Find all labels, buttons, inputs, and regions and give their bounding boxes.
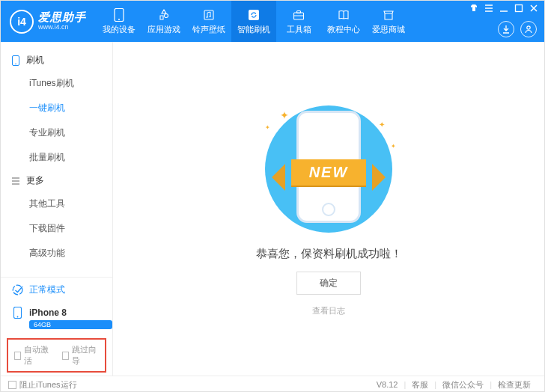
sidebar-item-itunes-flash[interactable]: iTunes刷机 <box>1 71 112 96</box>
apps-icon <box>157 8 171 22</box>
refresh-icon <box>247 8 261 22</box>
star-icon: ✦ <box>265 124 270 131</box>
svg-rect-10 <box>516 5 523 12</box>
version-label: V8.12 <box>371 380 404 389</box>
skin-icon[interactable] <box>469 4 478 13</box>
svg-point-4 <box>210 16 211 17</box>
app-title: 爱思助手 <box>38 11 86 24</box>
user-button[interactable] <box>520 21 537 37</box>
auto-activate-checkbox[interactable]: 自动激活 <box>14 344 52 367</box>
phone-icon <box>112 8 126 22</box>
storage-badge: 64GB <box>29 320 112 329</box>
svg-point-3 <box>207 16 208 18</box>
app-header: i4 爱思助手 www.i4.cn 我的设备 应用游戏 铃声壁纸 智能刷机 工具… <box>1 1 544 42</box>
sidebar-group-flash[interactable]: 刷机 <box>1 49 112 71</box>
highlighted-options: 自动激活 跳过向导 <box>7 338 106 373</box>
main-content: ✦ ✦ ✦ ✦ NEW 恭喜您，保资料刷机成功啦！ 确定 查看日志 <box>113 42 544 376</box>
support-link[interactable]: 客服 <box>406 379 434 391</box>
device-row[interactable]: iPhone 8 <box>1 302 112 320</box>
sidebar-group-label: 更多 <box>26 174 44 187</box>
nav-toolbox[interactable]: 工具箱 <box>276 1 321 42</box>
mode-row[interactable]: 正常模式 <box>1 277 112 302</box>
logo[interactable]: i4 爱思助手 www.i4.cn <box>1 1 97 42</box>
success-illustration: ✦ ✦ ✦ ✦ NEW <box>250 102 407 236</box>
maximize-icon[interactable] <box>514 4 523 13</box>
svg-point-16 <box>16 316 18 318</box>
sidebar-item-oneclick-flash[interactable]: 一键刷机 <box>1 96 112 120</box>
nav-label: 铃声壁纸 <box>192 24 225 35</box>
menu-icon[interactable] <box>484 4 493 13</box>
svg-point-11 <box>527 26 530 29</box>
app-body: 刷机 iTunes刷机 一键刷机 专业刷机 批量刷机 更多 其他工具 下载固件 … <box>1 42 544 376</box>
nav-label: 智能刷机 <box>237 24 270 35</box>
nav-label: 应用游戏 <box>147 24 180 35</box>
checkbox-icon <box>8 381 16 389</box>
check-update-link[interactable]: 检查更新 <box>492 379 537 391</box>
nav-label: 工具箱 <box>287 24 311 35</box>
sidebar-item-batch-flash[interactable]: 批量刷机 <box>1 145 112 170</box>
book-icon <box>337 8 350 22</box>
checkbox-icon <box>14 352 21 360</box>
app-subtitle: www.i4.cn <box>38 24 86 31</box>
checkbox-icon <box>62 352 69 360</box>
nav-label: 爱思商城 <box>372 24 405 35</box>
checkbox-label: 跳过向导 <box>72 344 99 367</box>
svg-point-1 <box>118 19 120 20</box>
nav-tutorials[interactable]: 教程中心 <box>321 1 366 42</box>
store-icon <box>382 8 395 22</box>
mode-label: 正常模式 <box>29 284 65 296</box>
nav-my-device[interactable]: 我的设备 <box>97 1 141 42</box>
checkbox-label: 自动激活 <box>24 344 51 367</box>
nav-ringtones[interactable]: 铃声壁纸 <box>186 1 231 42</box>
device-icon <box>11 55 20 66</box>
download-button[interactable] <box>498 21 514 37</box>
star-icon: ✦ <box>379 120 385 129</box>
phone-small-icon <box>11 307 23 319</box>
wechat-link[interactable]: 微信公众号 <box>436 379 490 391</box>
skip-guide-checkbox[interactable]: 跳过向导 <box>62 344 100 367</box>
status-bar: 阻止iTunes运行 V8.12 | 客服 | 微信公众号 | 检查更新 <box>1 376 544 392</box>
mode-icon <box>11 284 23 296</box>
nav-label: 我的设备 <box>103 24 136 35</box>
header-actions <box>498 21 537 37</box>
sidebar-item-download-firmware[interactable]: 下载固件 <box>1 216 112 241</box>
window-controls <box>469 4 538 13</box>
sidebar-item-pro-flash[interactable]: 专业刷机 <box>1 120 112 145</box>
svg-point-13 <box>15 63 16 64</box>
block-itunes-checkbox[interactable]: 阻止iTunes运行 <box>8 379 77 391</box>
svg-rect-5 <box>249 10 259 20</box>
logo-text: 爱思助手 www.i4.cn <box>38 11 86 31</box>
sidebar: 刷机 iTunes刷机 一键刷机 专业刷机 批量刷机 更多 其他工具 下载固件 … <box>1 42 113 376</box>
minimize-icon[interactable] <box>499 4 508 13</box>
sidebar-group-label: 刷机 <box>26 54 44 67</box>
nav-flash[interactable]: 智能刷机 <box>231 1 276 42</box>
checkbox-label: 阻止iTunes运行 <box>19 379 77 391</box>
close-icon[interactable] <box>529 4 538 13</box>
sidebar-item-advanced[interactable]: 高级功能 <box>1 241 112 266</box>
svg-rect-2 <box>204 10 213 19</box>
nav-label: 教程中心 <box>327 24 360 35</box>
music-icon <box>202 8 216 22</box>
view-log-link[interactable]: 查看日志 <box>312 305 345 316</box>
sidebar-item-other-tools[interactable]: 其他工具 <box>1 192 112 216</box>
nav-store[interactable]: 爱思商城 <box>366 1 411 42</box>
device-name: iPhone 8 <box>29 307 67 318</box>
new-ribbon: NEW <box>250 154 407 192</box>
nav-apps[interactable]: 应用游戏 <box>141 1 186 42</box>
star-icon: ✦ <box>280 109 289 121</box>
ribbon-text: NEW <box>291 159 367 186</box>
svg-rect-7 <box>297 10 301 13</box>
toolbox-icon <box>292 8 305 22</box>
logo-icon: i4 <box>10 10 34 34</box>
ok-button[interactable]: 确定 <box>296 272 361 295</box>
main-nav: 我的设备 应用游戏 铃声壁纸 智能刷机 工具箱 教程中心 爱思商城 <box>97 1 411 42</box>
success-message: 恭喜您，保资料刷机成功啦！ <box>256 247 402 261</box>
svg-point-14 <box>13 285 22 295</box>
star-icon: ✦ <box>391 143 396 150</box>
list-icon <box>11 177 20 185</box>
sidebar-group-more[interactable]: 更多 <box>1 170 112 192</box>
